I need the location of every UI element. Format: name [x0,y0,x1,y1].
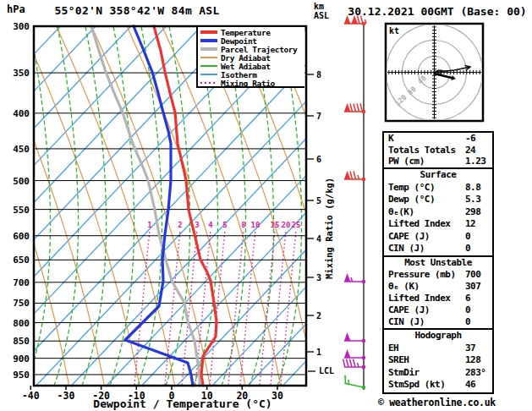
hodograph-ring-label: 120 [393,93,409,108]
legend-item-dry-adiabat: Dry Adiabat [200,53,304,62]
altitude-axis: 87654321 [306,70,321,371]
row-label: Lifted Index [388,218,450,229]
table-row: StmDir 283° [384,367,492,380]
row-label: EH [388,342,398,353]
pressure-tick-label: 500 [13,176,30,187]
dewpoint-line-swatch [200,39,217,42]
row-value: 0 [465,304,470,316]
row-label: StmDir [388,367,420,378]
table-row: Pressure (mb) 700 [384,269,492,281]
row-value: 24 [465,145,475,156]
mixing-ratio-label: 8 [241,221,245,229]
mixing-ratio-label: 10 [251,221,261,229]
table-row: StmSpd (kt) 46 [384,379,492,392]
pressure-tick-label: 300 [13,21,30,32]
row-label: K [388,133,393,144]
row-value: 6 [465,293,470,304]
hodograph-table-title: Hodograph [384,330,492,342]
hodograph-ring-label: 40 [416,74,428,85]
wind-barb-icon [344,349,365,359]
hodograph-panel: 4080120 [386,24,483,121]
temp-tick-label: -30 [58,390,75,402]
pressure-tick-label: 750 [13,298,30,309]
dewpoint-trace [125,26,193,386]
row-value: 0 [465,316,470,328]
lcl-label: LCL [319,366,334,375]
pressure-tick-label: 700 [13,277,30,288]
row-label: Temp (°C) [388,182,435,193]
x-axis-label: Dewpoint / Temperature (°C) [81,397,284,410]
hodograph-table: Hodograph EH 37 SREH 128 StmDir 283° Stm… [382,328,494,394]
table-row: CAPE (J) 0 [384,304,492,316]
wind-barb-column [343,15,368,390]
legend-item-temperature: Temperature [200,28,304,36]
table-row: Lifted Index 12 [384,218,492,231]
legend-item-dewpoint: Dewpoint [200,36,304,45]
table-row: CIN (J) 0 [384,243,492,255]
wind-barb-icon [344,171,365,181]
km-tick-label: 2 [316,311,321,321]
parcel-line-swatch [200,47,217,51]
row-label: CAPE (J) [388,304,430,315]
table-row: Temp (°C) 8.8 [384,182,492,195]
pressure-tick-label: 450 [13,144,30,155]
km-axis-unit: km [314,2,324,11]
row-label: SREH [388,354,409,365]
most-unstable-table: Most Unstable Pressure (mb) 700 θₑ (K) 3… [382,255,494,330]
row-value: 0 [465,231,470,244]
mixing-ratio-label: 15 [271,221,280,229]
row-value: 307 [465,281,480,293]
station-title: 55°02'N 358°42'W 84m ASL [36,4,239,17]
row-value: 128 [465,354,480,367]
row-label: CAPE (J) [388,231,430,242]
surface-table: Surface Temp (°C) 8.8 Dewp (°C) 5.3 θₑ(K… [382,167,494,257]
mixing-ratio-label: 5 [222,221,227,229]
stability-indices-table: K -6 Totals Totals 24 PW (cm) 1.23 [382,131,494,169]
table-row: Totals Totals 24 [384,145,492,156]
temperature-line-swatch [200,30,217,34]
mixing-ratio-label: 25 [292,221,301,229]
legend: Temperature Dewpoint Parcel Trajectory D… [196,27,304,88]
mixing-ratio-label: 3 [195,221,199,229]
wind-barb-icon [344,273,365,283]
mixing-ratio-label: 20 [282,221,291,229]
row-value: 298 [465,206,480,219]
pressure-axis-unit: hPa [7,3,25,15]
table-row: EH 37 [384,342,492,355]
table-row: CAPE (J) 0 [384,231,492,244]
wind-barb-icon [344,332,365,342]
hodograph-ring-label: 80 [406,85,418,96]
km-tick-label: 5 [316,196,321,206]
most-unstable-table-title: Most Unstable [384,257,492,269]
wind-barb-icon [343,359,366,370]
row-value: -6 [465,133,475,145]
legend-label: Mixing Ratio [221,79,275,88]
datetime-label: 30.12.2021 00GMT (Base: 00) [343,5,532,18]
row-value: 46 [465,379,475,392]
row-value: 283° [465,367,486,380]
pressure-tick-label: 900 [13,353,30,364]
row-value: 700 [465,269,480,281]
pressure-tick-label: 950 [13,370,30,381]
km-tick-label: 6 [316,155,321,164]
row-label: θₑ (K) [388,281,420,292]
mixing-ratio-axis-label: Mixing Ratio (g/kg) [324,178,334,279]
row-label: CIN (J) [388,243,425,254]
legend-item-wet-adiabat: Wet Adiabat [200,62,304,70]
legend-item-isotherm: Isotherm [200,70,304,79]
table-row: Dewp (°C) 5.3 [384,194,492,206]
legend-item-parcel: Parcel Trajectory [200,45,304,53]
mixing-ratio-label: 1 [147,221,151,229]
hodograph-unit-label: kt [389,26,399,36]
row-value: 12 [465,218,475,231]
row-label: Lifted Index [388,293,450,304]
storm-motion-vector [434,74,452,78]
mixing-ratio-label: 2 [178,221,182,229]
skewt-sounding-page: 3003504004505005506006507007508008509009… [0,0,532,411]
pressure-tick-label: 400 [13,108,30,119]
pressure-tick-label: 600 [13,231,30,242]
row-label: Dewp (°C) [388,194,435,205]
row-value: 0 [465,243,470,255]
surface-table-title: Surface [384,169,492,182]
pressure-tick-label: 550 [13,205,30,216]
